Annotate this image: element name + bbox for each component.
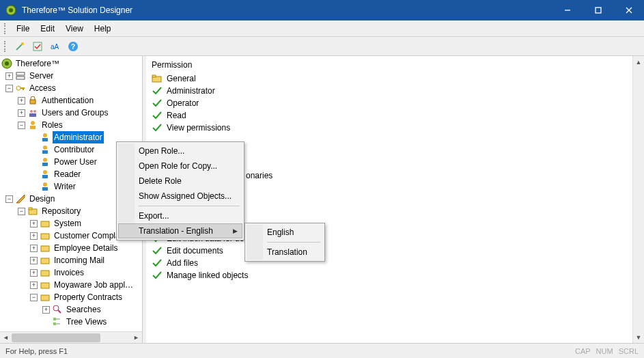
expand-icon[interactable]: + bbox=[18, 109, 25, 117]
perm-category-general[interactable]: General bbox=[152, 72, 627, 85]
tree-h-scrollbar[interactable]: ◄ ► bbox=[0, 331, 142, 343]
svg-rect-26 bbox=[42, 138, 48, 141]
svg-point-25 bbox=[43, 133, 47, 137]
collapse-icon[interactable]: − bbox=[30, 294, 38, 301]
tree-invoices[interactable]: + Invoices bbox=[1, 266, 142, 279]
svg-rect-38 bbox=[41, 221, 49, 227]
svg-rect-3 bbox=[596, 8, 601, 13]
svg-rect-44 bbox=[41, 295, 49, 301]
perm-label: Edit documents bbox=[167, 246, 223, 256]
tree-label: Reader bbox=[53, 168, 82, 180]
collapse-icon[interactable]: − bbox=[5, 85, 13, 92]
svg-text:?: ? bbox=[71, 43, 75, 51]
menu-edit[interactable]: Edit bbox=[35, 22, 60, 36]
tree-label: Contributor bbox=[53, 143, 96, 156]
svg-rect-34 bbox=[42, 187, 48, 191]
tree-searches[interactable]: + Searches bbox=[1, 303, 142, 316]
perm-read[interactable]: Read bbox=[152, 109, 627, 122]
minimize-button[interactable] bbox=[552, 0, 583, 20]
ctx-translation[interactable]: Translation - English ▶ bbox=[118, 223, 242, 238]
ctx-export[interactable]: Export... bbox=[118, 208, 242, 223]
perm-managelinked[interactable]: Manage linked objects bbox=[152, 269, 627, 281]
expand-icon[interactable]: + bbox=[30, 257, 38, 264]
toolbar-language-icon[interactable]: aA bbox=[48, 39, 63, 54]
scroll-thumb[interactable] bbox=[12, 333, 100, 342]
tree-root[interactable]: Therefore™ bbox=[1, 57, 142, 70]
context-submenu: English Translation bbox=[244, 223, 325, 262]
tree-property[interactable]: − Property Contracts bbox=[1, 291, 142, 303]
close-button[interactable] bbox=[613, 0, 644, 20]
svg-point-29 bbox=[43, 158, 47, 162]
expand-icon[interactable]: + bbox=[30, 245, 38, 252]
svg-point-16 bbox=[16, 86, 20, 90]
ctx-sub-translation[interactable]: Translation bbox=[247, 245, 323, 260]
perm-editdocs[interactable]: Edit documents bbox=[152, 245, 627, 257]
perm-addfiles[interactable]: Add files bbox=[152, 257, 627, 269]
person-icon bbox=[40, 132, 51, 143]
status-cap: CAP bbox=[575, 347, 591, 355]
expand-icon[interactable]: + bbox=[18, 97, 25, 105]
svg-marker-35 bbox=[16, 195, 25, 203]
expand-icon[interactable]: + bbox=[5, 72, 13, 80]
scroll-up-icon[interactable]: ▲ bbox=[633, 56, 644, 68]
collapse-icon[interactable]: − bbox=[5, 195, 13, 203]
scroll-right-icon[interactable]: ► bbox=[130, 332, 142, 343]
perm-label: Administrator bbox=[167, 86, 215, 96]
perm-administrator[interactable]: Administrator bbox=[152, 85, 627, 97]
perm-operator[interactable]: Operator bbox=[152, 97, 627, 109]
role-icon bbox=[27, 120, 38, 130]
tree-moyaware[interactable]: + Moyaware Job appl… bbox=[1, 279, 142, 291]
menu-help[interactable]: Help bbox=[89, 22, 117, 36]
scroll-left-icon[interactable]: ◄ bbox=[0, 332, 12, 343]
ctx-sub-english[interactable]: English bbox=[247, 225, 323, 240]
svg-point-7 bbox=[21, 42, 24, 45]
ctx-open-role[interactable]: Open Role... bbox=[118, 143, 242, 159]
expand-icon[interactable]: + bbox=[30, 232, 38, 240]
perm-label: View permissions bbox=[167, 123, 230, 133]
toolbar-checklist-icon[interactable] bbox=[30, 39, 45, 54]
scroll-down-icon[interactable]: ▼ bbox=[633, 331, 644, 343]
menubar: File Edit View Help bbox=[0, 20, 644, 37]
tree-label: Searches bbox=[65, 303, 102, 316]
svg-rect-43 bbox=[41, 283, 49, 288]
toolbar-wand-icon[interactable] bbox=[12, 39, 27, 54]
check-icon bbox=[152, 98, 163, 109]
folder-icon bbox=[40, 292, 51, 303]
expand-icon[interactable]: + bbox=[30, 269, 38, 277]
folder-icon bbox=[27, 206, 38, 217]
svg-point-20 bbox=[30, 110, 33, 113]
folder-icon bbox=[40, 218, 51, 229]
svg-point-23 bbox=[31, 121, 35, 125]
ctx-show-assigned[interactable]: Show Assigned Objects... bbox=[118, 189, 242, 204]
svg-rect-14 bbox=[16, 72, 25, 75]
check-icon bbox=[152, 270, 163, 281]
collapse-icon[interactable]: − bbox=[18, 122, 25, 129]
expand-icon[interactable]: + bbox=[30, 281, 38, 289]
tree-incoming[interactable]: + Incoming Mail bbox=[1, 254, 142, 266]
svg-rect-8 bbox=[33, 42, 42, 51]
perm-viewpermissions[interactable]: View permissions bbox=[152, 122, 627, 134]
tree-usersgroups[interactable]: + Users and Groups bbox=[1, 107, 142, 119]
maximize-button[interactable] bbox=[583, 0, 613, 20]
permission-v-scrollbar[interactable]: ▲ ▼ bbox=[632, 56, 644, 343]
ctx-open-role-copy[interactable]: Open Role for Copy... bbox=[118, 159, 242, 174]
tree-access[interactable]: − Access bbox=[1, 82, 142, 94]
svg-point-33 bbox=[43, 182, 47, 187]
tree-roles[interactable]: − Roles bbox=[1, 119, 142, 131]
tree-treeviews[interactable]: Tree Views bbox=[1, 316, 142, 328]
toolbar-help-icon[interactable]: ? bbox=[66, 39, 81, 54]
expand-icon[interactable]: + bbox=[30, 220, 38, 228]
context-menu: Open Role... Open Role for Copy... Delet… bbox=[116, 141, 244, 240]
check-icon bbox=[152, 122, 163, 133]
expand-icon[interactable]: + bbox=[42, 306, 50, 314]
tree-employee[interactable]: + Employee Details bbox=[1, 242, 142, 254]
menu-view[interactable]: View bbox=[60, 22, 89, 36]
tree-authentication[interactable]: + Authentication bbox=[1, 94, 142, 107]
tree-label: Administrator bbox=[53, 131, 104, 143]
app-title: Therefore™ Solution Designer bbox=[22, 5, 552, 15]
collapse-icon[interactable]: − bbox=[18, 208, 25, 215]
svg-rect-30 bbox=[42, 163, 48, 166]
tree-server[interactable]: + Server bbox=[1, 70, 142, 82]
ctx-delete-role[interactable]: Delete Role bbox=[118, 174, 242, 189]
menu-file[interactable]: File bbox=[11, 22, 35, 36]
